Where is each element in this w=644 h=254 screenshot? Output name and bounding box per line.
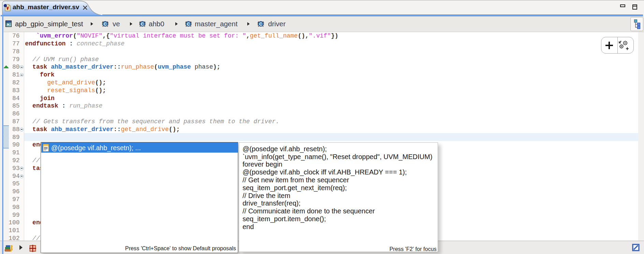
svg-text:C: C	[259, 21, 262, 26]
svg-text:C: C	[104, 21, 107, 26]
svg-text:C: C	[141, 21, 144, 26]
svg-text:C: C	[187, 21, 190, 26]
